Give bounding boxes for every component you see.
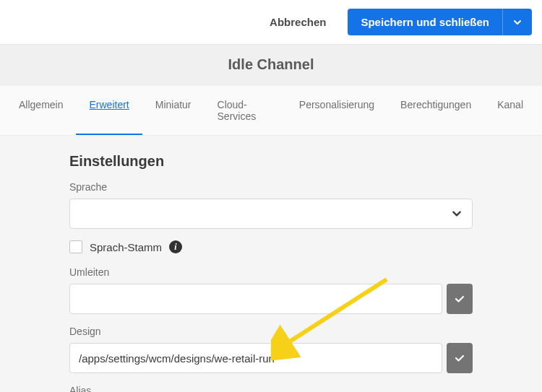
dialog-header: Abbrechen Speichern und schließen bbox=[0, 0, 542, 44]
language-root-checkbox[interactable] bbox=[69, 240, 82, 253]
design-input[interactable] bbox=[69, 343, 442, 373]
page-title: Idle Channel bbox=[0, 56, 542, 73]
tab-berechtigungen[interactable]: Berechtigungen bbox=[387, 86, 484, 135]
design-picker-button[interactable] bbox=[447, 343, 473, 373]
save-dropdown-button[interactable] bbox=[502, 9, 532, 35]
alias-label: Alias bbox=[69, 385, 473, 392]
save-close-button[interactable]: Speichern und schließen bbox=[348, 9, 502, 35]
check-icon bbox=[454, 352, 465, 364]
design-field: Design bbox=[69, 326, 473, 373]
tab-kanal[interactable]: Kanal bbox=[484, 86, 536, 135]
tab-erweitert[interactable]: Erweitert bbox=[76, 86, 142, 135]
tab-allgemein[interactable]: Allgemein bbox=[6, 86, 76, 135]
save-button-group: Speichern und schließen bbox=[348, 9, 532, 35]
language-label: Sprache bbox=[69, 181, 473, 193]
tab-miniatur[interactable]: Miniatur bbox=[142, 86, 205, 135]
alias-field: Alias bbox=[69, 385, 473, 392]
redirect-input-row bbox=[69, 284, 473, 314]
settings-heading: Einstellungen bbox=[69, 153, 473, 170]
info-icon[interactable]: i bbox=[169, 240, 182, 253]
chevron-down-icon bbox=[513, 18, 522, 27]
language-select[interactable] bbox=[69, 199, 473, 229]
language-root-row: Sprach-Stamm i bbox=[69, 240, 473, 253]
cancel-button[interactable]: Abbrechen bbox=[265, 10, 330, 34]
redirect-picker-button[interactable] bbox=[447, 284, 473, 314]
design-input-row bbox=[69, 343, 473, 373]
settings-panel: Einstellungen Sprache Sprach-Stamm i Uml… bbox=[0, 136, 542, 392]
redirect-label: Umleiten bbox=[69, 266, 473, 278]
tab-personalisierung[interactable]: Personalisierung bbox=[286, 86, 387, 135]
design-label: Design bbox=[69, 326, 473, 337]
chevron-down-icon bbox=[452, 209, 462, 219]
title-bar: Idle Channel bbox=[0, 44, 542, 86]
check-icon bbox=[454, 293, 465, 305]
language-root-label: Sprach-Stamm bbox=[90, 241, 162, 253]
tab-list: Allgemein Erweitert Miniatur Cloud-Servi… bbox=[0, 86, 542, 136]
tab-cloud-services[interactable]: Cloud-Services bbox=[205, 86, 286, 135]
redirect-input[interactable] bbox=[69, 284, 442, 314]
redirect-field: Umleiten bbox=[69, 266, 473, 314]
language-field: Sprache bbox=[69, 181, 473, 229]
